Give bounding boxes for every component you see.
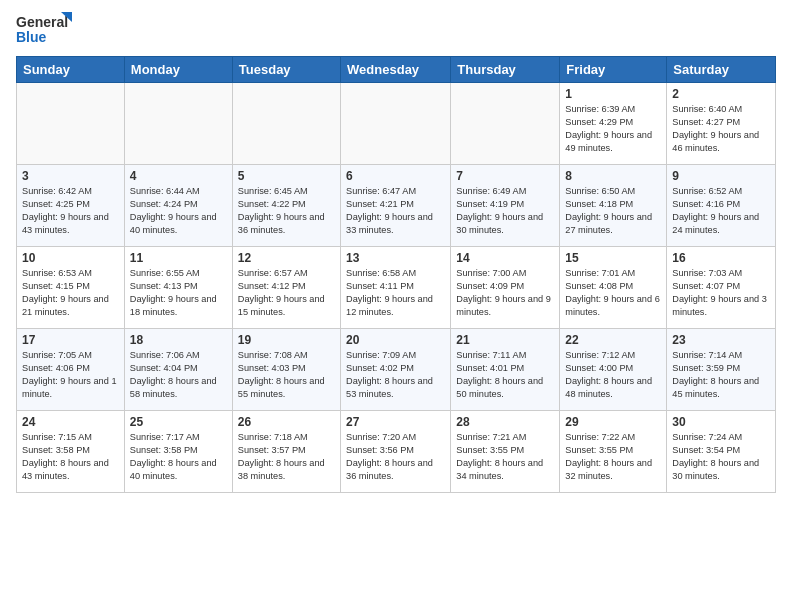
day-info: Sunrise: 7:20 AM Sunset: 3:56 PM Dayligh… (346, 431, 445, 483)
calendar-cell: 11Sunrise: 6:55 AM Sunset: 4:13 PM Dayli… (124, 247, 232, 329)
day-info: Sunrise: 6:44 AM Sunset: 4:24 PM Dayligh… (130, 185, 227, 237)
calendar-cell: 30Sunrise: 7:24 AM Sunset: 3:54 PM Dayli… (667, 411, 776, 493)
logo-svg: GeneralBlue (16, 12, 76, 48)
calendar-cell: 3Sunrise: 6:42 AM Sunset: 4:25 PM Daylig… (17, 165, 125, 247)
day-number: 22 (565, 333, 661, 347)
calendar-cell: 2Sunrise: 6:40 AM Sunset: 4:27 PM Daylig… (667, 83, 776, 165)
day-number: 14 (456, 251, 554, 265)
day-info: Sunrise: 7:08 AM Sunset: 4:03 PM Dayligh… (238, 349, 335, 401)
day-number: 10 (22, 251, 119, 265)
calendar-cell: 15Sunrise: 7:01 AM Sunset: 4:08 PM Dayli… (560, 247, 667, 329)
svg-text:Blue: Blue (16, 29, 47, 45)
day-info: Sunrise: 6:50 AM Sunset: 4:18 PM Dayligh… (565, 185, 661, 237)
day-number: 8 (565, 169, 661, 183)
column-header-wednesday: Wednesday (341, 57, 451, 83)
calendar-cell: 12Sunrise: 6:57 AM Sunset: 4:12 PM Dayli… (232, 247, 340, 329)
day-info: Sunrise: 7:11 AM Sunset: 4:01 PM Dayligh… (456, 349, 554, 401)
day-info: Sunrise: 7:00 AM Sunset: 4:09 PM Dayligh… (456, 267, 554, 319)
calendar-cell: 7Sunrise: 6:49 AM Sunset: 4:19 PM Daylig… (451, 165, 560, 247)
day-info: Sunrise: 6:52 AM Sunset: 4:16 PM Dayligh… (672, 185, 770, 237)
calendar-cell: 29Sunrise: 7:22 AM Sunset: 3:55 PM Dayli… (560, 411, 667, 493)
day-info: Sunrise: 6:45 AM Sunset: 4:22 PM Dayligh… (238, 185, 335, 237)
column-header-sunday: Sunday (17, 57, 125, 83)
day-number: 9 (672, 169, 770, 183)
calendar-cell: 19Sunrise: 7:08 AM Sunset: 4:03 PM Dayli… (232, 329, 340, 411)
day-info: Sunrise: 6:49 AM Sunset: 4:19 PM Dayligh… (456, 185, 554, 237)
calendar-cell (232, 83, 340, 165)
calendar-cell (451, 83, 560, 165)
calendar-cell: 22Sunrise: 7:12 AM Sunset: 4:00 PM Dayli… (560, 329, 667, 411)
logo: GeneralBlue (16, 12, 76, 48)
day-number: 20 (346, 333, 445, 347)
column-header-tuesday: Tuesday (232, 57, 340, 83)
day-info: Sunrise: 7:05 AM Sunset: 4:06 PM Dayligh… (22, 349, 119, 401)
calendar-cell: 10Sunrise: 6:53 AM Sunset: 4:15 PM Dayli… (17, 247, 125, 329)
day-info: Sunrise: 7:15 AM Sunset: 3:58 PM Dayligh… (22, 431, 119, 483)
calendar-cell: 26Sunrise: 7:18 AM Sunset: 3:57 PM Dayli… (232, 411, 340, 493)
day-info: Sunrise: 7:22 AM Sunset: 3:55 PM Dayligh… (565, 431, 661, 483)
day-number: 3 (22, 169, 119, 183)
day-info: Sunrise: 7:24 AM Sunset: 3:54 PM Dayligh… (672, 431, 770, 483)
calendar: SundayMondayTuesdayWednesdayThursdayFrid… (16, 56, 776, 493)
day-info: Sunrise: 7:17 AM Sunset: 3:58 PM Dayligh… (130, 431, 227, 483)
day-info: Sunrise: 7:09 AM Sunset: 4:02 PM Dayligh… (346, 349, 445, 401)
day-number: 15 (565, 251, 661, 265)
day-info: Sunrise: 7:01 AM Sunset: 4:08 PM Dayligh… (565, 267, 661, 319)
calendar-cell: 17Sunrise: 7:05 AM Sunset: 4:06 PM Dayli… (17, 329, 125, 411)
day-info: Sunrise: 6:57 AM Sunset: 4:12 PM Dayligh… (238, 267, 335, 319)
svg-text:General: General (16, 14, 68, 30)
calendar-cell: 18Sunrise: 7:06 AM Sunset: 4:04 PM Dayli… (124, 329, 232, 411)
day-info: Sunrise: 7:21 AM Sunset: 3:55 PM Dayligh… (456, 431, 554, 483)
calendar-cell: 20Sunrise: 7:09 AM Sunset: 4:02 PM Dayli… (341, 329, 451, 411)
calendar-cell: 27Sunrise: 7:20 AM Sunset: 3:56 PM Dayli… (341, 411, 451, 493)
day-number: 24 (22, 415, 119, 429)
day-number: 4 (130, 169, 227, 183)
calendar-cell: 13Sunrise: 6:58 AM Sunset: 4:11 PM Dayli… (341, 247, 451, 329)
column-header-thursday: Thursday (451, 57, 560, 83)
day-number: 13 (346, 251, 445, 265)
calendar-cell: 25Sunrise: 7:17 AM Sunset: 3:58 PM Dayli… (124, 411, 232, 493)
calendar-week-2: 10Sunrise: 6:53 AM Sunset: 4:15 PM Dayli… (17, 247, 776, 329)
calendar-week-0: 1Sunrise: 6:39 AM Sunset: 4:29 PM Daylig… (17, 83, 776, 165)
day-info: Sunrise: 7:03 AM Sunset: 4:07 PM Dayligh… (672, 267, 770, 319)
calendar-cell: 1Sunrise: 6:39 AM Sunset: 4:29 PM Daylig… (560, 83, 667, 165)
day-info: Sunrise: 7:14 AM Sunset: 3:59 PM Dayligh… (672, 349, 770, 401)
day-info: Sunrise: 6:47 AM Sunset: 4:21 PM Dayligh… (346, 185, 445, 237)
day-number: 21 (456, 333, 554, 347)
day-number: 27 (346, 415, 445, 429)
day-number: 1 (565, 87, 661, 101)
day-number: 18 (130, 333, 227, 347)
calendar-week-1: 3Sunrise: 6:42 AM Sunset: 4:25 PM Daylig… (17, 165, 776, 247)
day-number: 23 (672, 333, 770, 347)
day-number: 7 (456, 169, 554, 183)
day-number: 19 (238, 333, 335, 347)
column-header-friday: Friday (560, 57, 667, 83)
day-info: Sunrise: 6:40 AM Sunset: 4:27 PM Dayligh… (672, 103, 770, 155)
calendar-cell (341, 83, 451, 165)
day-number: 16 (672, 251, 770, 265)
calendar-cell (124, 83, 232, 165)
calendar-cell: 4Sunrise: 6:44 AM Sunset: 4:24 PM Daylig… (124, 165, 232, 247)
day-info: Sunrise: 6:53 AM Sunset: 4:15 PM Dayligh… (22, 267, 119, 319)
calendar-cell (17, 83, 125, 165)
day-number: 12 (238, 251, 335, 265)
day-number: 26 (238, 415, 335, 429)
day-number: 2 (672, 87, 770, 101)
day-number: 17 (22, 333, 119, 347)
calendar-cell: 14Sunrise: 7:00 AM Sunset: 4:09 PM Dayli… (451, 247, 560, 329)
day-number: 29 (565, 415, 661, 429)
day-number: 25 (130, 415, 227, 429)
page: GeneralBlue SundayMondayTuesdayWednesday… (0, 0, 792, 612)
day-number: 30 (672, 415, 770, 429)
day-info: Sunrise: 6:42 AM Sunset: 4:25 PM Dayligh… (22, 185, 119, 237)
day-number: 11 (130, 251, 227, 265)
calendar-week-3: 17Sunrise: 7:05 AM Sunset: 4:06 PM Dayli… (17, 329, 776, 411)
day-info: Sunrise: 6:39 AM Sunset: 4:29 PM Dayligh… (565, 103, 661, 155)
calendar-cell: 5Sunrise: 6:45 AM Sunset: 4:22 PM Daylig… (232, 165, 340, 247)
day-info: Sunrise: 6:58 AM Sunset: 4:11 PM Dayligh… (346, 267, 445, 319)
day-number: 28 (456, 415, 554, 429)
calendar-cell: 23Sunrise: 7:14 AM Sunset: 3:59 PM Dayli… (667, 329, 776, 411)
calendar-cell: 24Sunrise: 7:15 AM Sunset: 3:58 PM Dayli… (17, 411, 125, 493)
calendar-cell: 9Sunrise: 6:52 AM Sunset: 4:16 PM Daylig… (667, 165, 776, 247)
header: GeneralBlue (16, 12, 776, 48)
